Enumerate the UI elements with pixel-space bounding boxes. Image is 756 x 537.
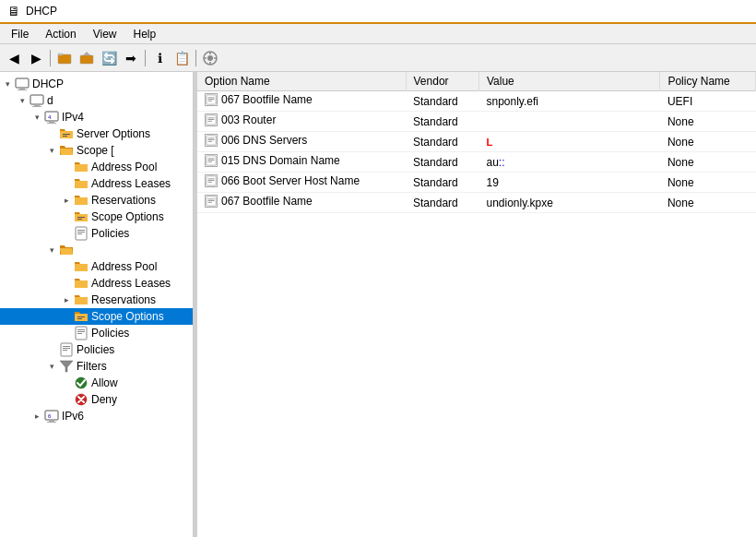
svg-rect-13 bbox=[18, 90, 27, 90]
options-icon bbox=[59, 126, 74, 141]
cell-value bbox=[478, 112, 659, 132]
tree-item-deny[interactable]: Deny bbox=[0, 391, 193, 408]
tree-item-label: Reservations bbox=[91, 194, 156, 207]
tree-item-scope[interactable]: ▾Scope [ bbox=[0, 142, 193, 159]
tree-item-ipv6[interactable]: ▸6IPv6 bbox=[0, 408, 193, 424]
svg-rect-24 bbox=[77, 219, 82, 220]
expand-btn[interactable]: ▸ bbox=[59, 193, 74, 208]
toolbar-export-button[interactable]: ➡ bbox=[121, 48, 141, 68]
cell-policy-name: None bbox=[660, 152, 756, 173]
policies-icon bbox=[59, 342, 74, 357]
table-container: Option Name Vendor Value Policy Name 067… bbox=[197, 72, 756, 213]
toolbar-folder-button[interactable] bbox=[54, 48, 75, 68]
policies-icon bbox=[74, 326, 89, 340]
allow-icon bbox=[74, 376, 89, 390]
tree-item-address-pool-1[interactable]: Address Pool bbox=[0, 159, 193, 175]
tree-item-scope2[interactable]: ▾ bbox=[0, 242, 193, 258]
toolbar-refresh-button[interactable]: 🔄 bbox=[99, 48, 119, 68]
tree-item-policies-2[interactable]: Policies bbox=[0, 325, 193, 341]
expand-btn[interactable]: ▾ bbox=[15, 93, 30, 108]
svg-rect-58 bbox=[208, 158, 215, 159]
toolbar-list-button[interactable]: 📋 bbox=[171, 48, 192, 68]
options-table: Option Name Vendor Value Policy Name 067… bbox=[197, 72, 756, 213]
tree-item-reservations-2[interactable]: ▸Reservations bbox=[0, 292, 193, 308]
svg-rect-43 bbox=[47, 422, 56, 423]
option-icon bbox=[205, 174, 218, 187]
tree-item-label: Policies bbox=[77, 343, 114, 356]
expand-btn[interactable]: ▸ bbox=[30, 409, 44, 424]
table-row[interactable]: 067 Bootfile Name Standard undionly.kpxe… bbox=[197, 193, 756, 213]
svg-rect-27 bbox=[77, 232, 85, 233]
tree-item-address-leases-2[interactable]: Address Leases bbox=[0, 275, 193, 292]
tree-item-filters[interactable]: ▾Filters bbox=[0, 358, 193, 375]
cell-value: snponly.efi bbox=[478, 91, 659, 112]
tree-panel[interactable]: ▾DHCP▾d▾4IPv4Server Options▾Scope [Addre… bbox=[0, 72, 194, 537]
folder-icon bbox=[74, 276, 89, 291]
table-row[interactable]: 015 DNS Domain Name Standard au:: None bbox=[197, 152, 756, 173]
toolbar: ◀ ▶ 🔄 ➡ ℹ 📋 bbox=[0, 44, 756, 72]
app-icon: 🖥 bbox=[7, 4, 20, 18]
menu-view[interactable]: View bbox=[86, 26, 124, 42]
svg-point-6 bbox=[207, 55, 213, 61]
tree-item-label: Scope Options bbox=[91, 210, 164, 223]
svg-rect-52 bbox=[208, 121, 212, 122]
tree-item-policies-top[interactable]: Policies bbox=[0, 341, 193, 358]
expand-btn[interactable]: ▾ bbox=[44, 243, 59, 257]
tree-item-dhcp[interactable]: ▾DHCP bbox=[0, 76, 193, 92]
expand-btn[interactable]: ▾ bbox=[30, 110, 44, 125]
toolbar-separator-2 bbox=[145, 50, 146, 66]
content-panel: Option Name Vendor Value Policy Name 067… bbox=[197, 72, 756, 537]
svg-rect-66 bbox=[208, 198, 215, 199]
svg-rect-3 bbox=[80, 55, 93, 64]
col-policy-name[interactable]: Policy Name bbox=[660, 72, 756, 91]
menu-help[interactable]: Help bbox=[126, 26, 164, 42]
svg-rect-28 bbox=[77, 233, 82, 234]
menu-bar: File Action View Help bbox=[0, 24, 756, 44]
tree-item-address-pool-2[interactable]: Address Pool bbox=[0, 258, 193, 275]
tree-item-reservations-1[interactable]: ▸Reservations bbox=[0, 192, 193, 209]
toolbar-help-button[interactable]: ℹ bbox=[149, 48, 170, 68]
col-value[interactable]: Value bbox=[478, 72, 659, 91]
table-row[interactable]: 006 DNS Servers Standard L None bbox=[197, 132, 756, 152]
table-row[interactable]: 066 Boot Server Host Name Standard 19 No… bbox=[197, 173, 756, 193]
cell-vendor: Standard bbox=[406, 112, 478, 132]
table-row[interactable]: 003 Router Standard None bbox=[197, 112, 756, 132]
menu-action[interactable]: Action bbox=[38, 26, 83, 42]
tree-item-ipv4[interactable]: ▾4IPv4 bbox=[0, 109, 193, 125]
tree-item-address-leases-1[interactable]: Address Leases bbox=[0, 175, 193, 192]
svg-rect-42 bbox=[49, 420, 54, 422]
tree-item-policies-1[interactable]: Policies bbox=[0, 225, 193, 242]
table-row[interactable]: 067 Bootfile Name Standard snponly.efi U… bbox=[197, 91, 756, 112]
title-bar: 🖥 DHCP bbox=[0, 0, 756, 24]
expand-btn[interactable]: ▸ bbox=[59, 292, 74, 307]
tree-item-d[interactable]: ▾d bbox=[0, 92, 193, 109]
expand-btn[interactable]: ▾ bbox=[44, 359, 59, 374]
toolbar-forward-button[interactable]: ▶ bbox=[26, 48, 46, 68]
folder-icon bbox=[74, 259, 89, 274]
toolbar-up-button[interactable] bbox=[77, 48, 97, 68]
tree-item-scope-options-1[interactable]: Scope Options bbox=[0, 209, 193, 225]
svg-rect-18 bbox=[49, 121, 54, 123]
expand-btn[interactable]: ▾ bbox=[44, 143, 59, 158]
menu-file[interactable]: File bbox=[4, 26, 36, 42]
tree-item-scope-options-2[interactable]: Scope Options bbox=[0, 308, 193, 325]
tree-item-server-options[interactable]: Server Options bbox=[0, 125, 193, 142]
folder-open-icon bbox=[59, 243, 74, 257]
cell-vendor: Standard bbox=[406, 152, 478, 173]
app-title: DHCP bbox=[26, 5, 57, 18]
tree-item-allow[interactable]: Allow bbox=[0, 375, 193, 391]
cell-policy-name: None bbox=[660, 112, 756, 132]
expand-btn[interactable]: ▾ bbox=[0, 77, 15, 91]
tree-item-label: Address Leases bbox=[91, 277, 171, 290]
toolbar-snap-button[interactable] bbox=[200, 48, 220, 68]
cell-vendor: Standard bbox=[406, 91, 478, 112]
col-option-name[interactable]: Option Name bbox=[197, 72, 406, 91]
policies-icon bbox=[74, 226, 89, 241]
svg-rect-11 bbox=[16, 78, 29, 88]
svg-rect-54 bbox=[208, 137, 215, 138]
col-vendor[interactable]: Vendor bbox=[406, 72, 478, 91]
tree-item-label: Policies bbox=[91, 327, 129, 340]
cell-option-name: 067 Bootfile Name bbox=[197, 193, 406, 213]
cell-policy-name: UEFI bbox=[660, 91, 756, 112]
toolbar-back-button[interactable]: ◀ bbox=[4, 48, 24, 68]
